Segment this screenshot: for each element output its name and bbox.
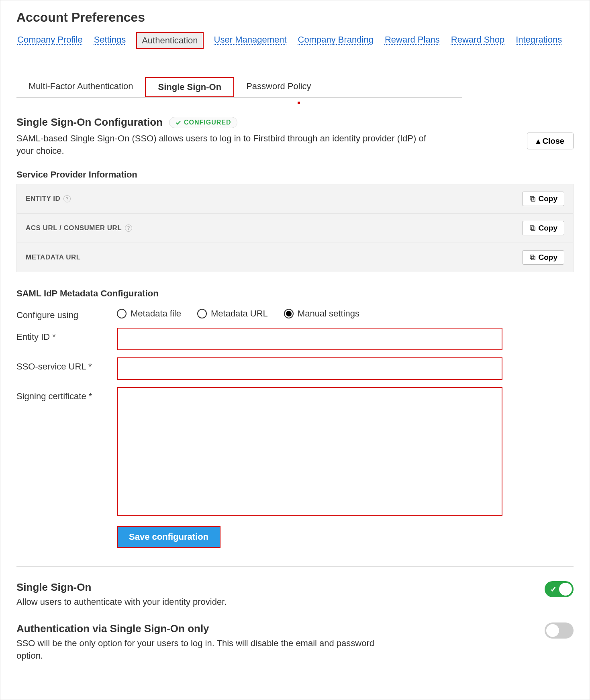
sp-info-table: ENTITY ID ? Copy ACS URL / CONSUMER URL … xyxy=(16,184,574,272)
sp-info-heading: Service Provider Information xyxy=(16,169,574,180)
svg-rect-1 xyxy=(530,196,534,200)
chevron-up-icon: ▴ xyxy=(536,136,540,146)
tab-user-management[interactable]: User Management xyxy=(213,32,288,49)
radio-metadata-url[interactable] xyxy=(197,309,207,318)
sp-row-acs-url: ACS URL / CONSUMER URL ? Copy xyxy=(17,214,573,243)
svg-rect-4 xyxy=(531,256,535,260)
copy-metadata-url-button[interactable]: Copy xyxy=(522,250,565,265)
sp-label-entity-id: ENTITY ID xyxy=(26,195,60,203)
svg-rect-3 xyxy=(530,226,534,229)
configure-using-radio-group: Metadata file Metadata URL Manual settin… xyxy=(117,306,359,319)
tab-integrations[interactable]: Integrations xyxy=(515,32,563,49)
entity-id-input[interactable] xyxy=(117,328,502,350)
entity-id-label: Entity ID * xyxy=(16,328,109,342)
highlight-dot xyxy=(298,102,300,104)
top-tabs: Company Profile Settings Authentication … xyxy=(16,32,574,49)
sub-tab-mfa[interactable]: Multi-Factor Authentication xyxy=(16,77,145,97)
signing-certificate-label: Signing certificate * xyxy=(16,387,109,402)
radio-manual-settings[interactable] xyxy=(284,309,294,318)
sub-tab-sso[interactable]: Single Sign-On xyxy=(145,77,234,97)
sso-config-heading: Single Sign-On Configuration xyxy=(16,116,163,129)
sp-row-entity-id: ENTITY ID ? Copy xyxy=(17,184,573,214)
toggle-knob xyxy=(546,624,559,637)
radio-metadata-url-label: Metadata URL xyxy=(211,308,268,319)
save-configuration-button[interactable]: Save configuration xyxy=(117,526,220,548)
tab-authentication[interactable]: Authentication xyxy=(136,32,203,49)
sso-only-toggle[interactable] xyxy=(545,622,574,639)
copy-icon xyxy=(529,224,536,232)
copy-icon xyxy=(529,195,536,202)
tab-company-branding[interactable]: Company Branding xyxy=(297,32,374,49)
signing-certificate-input[interactable] xyxy=(117,387,502,516)
sso-only-toggle-title: Authentication via Single Sign-On only xyxy=(16,622,378,635)
configure-using-label: Configure using xyxy=(16,306,109,320)
status-badge: CONFIGURED xyxy=(169,117,237,128)
close-button[interactable]: ▴ Close xyxy=(527,133,574,149)
sso-toggle-title: Single Sign-On xyxy=(16,581,227,594)
sub-tab-password-policy[interactable]: Password Policy xyxy=(234,77,323,97)
copy-acs-url-button[interactable]: Copy xyxy=(522,221,565,235)
sso-only-toggle-desc: SSO will be the only option for your use… xyxy=(16,637,378,662)
sp-label-metadata-url: METADATA URL xyxy=(26,253,81,261)
tab-settings[interactable]: Settings xyxy=(93,32,127,49)
tab-company-profile[interactable]: Company Profile xyxy=(16,32,84,49)
sp-row-metadata-url: METADATA URL Copy xyxy=(17,243,573,272)
page-title: Account Preferences xyxy=(16,10,574,25)
radio-metadata-file-label: Metadata file xyxy=(131,308,181,319)
sso-description: SAML-based Single Sign-On (SSO) allows u… xyxy=(16,133,438,157)
copy-entity-id-button[interactable]: Copy xyxy=(522,192,565,206)
svg-rect-2 xyxy=(531,227,535,231)
idp-config-heading: SAML IdP Metadata Configuration xyxy=(16,288,574,299)
sub-tabs: Multi-Factor Authentication Single Sign-… xyxy=(16,77,462,98)
svg-rect-0 xyxy=(531,198,535,201)
sso-toggle-desc: Allow users to authenticate with your id… xyxy=(16,596,227,608)
toggle-knob xyxy=(559,583,572,596)
svg-rect-5 xyxy=(530,255,534,259)
divider xyxy=(16,566,574,567)
copy-button-label: Copy xyxy=(539,253,558,262)
help-icon[interactable]: ? xyxy=(125,224,132,232)
sp-label-acs-url: ACS URL / CONSUMER URL xyxy=(26,224,122,232)
radio-manual-settings-label: Manual settings xyxy=(298,308,359,319)
status-badge-label: CONFIGURED xyxy=(184,119,231,126)
copy-button-label: Copy xyxy=(539,224,558,233)
copy-button-label: Copy xyxy=(539,194,558,203)
sso-toggle[interactable] xyxy=(545,581,574,597)
check-icon xyxy=(175,119,182,126)
sso-service-url-label: SSO-service URL * xyxy=(16,357,109,372)
radio-metadata-file[interactable] xyxy=(117,309,127,318)
tab-reward-shop[interactable]: Reward Shop xyxy=(450,32,505,49)
sso-service-url-input[interactable] xyxy=(117,357,502,380)
copy-icon xyxy=(529,254,536,261)
help-icon[interactable]: ? xyxy=(63,195,71,202)
tab-reward-plans[interactable]: Reward Plans xyxy=(384,32,441,49)
close-button-label: Close xyxy=(543,137,564,146)
